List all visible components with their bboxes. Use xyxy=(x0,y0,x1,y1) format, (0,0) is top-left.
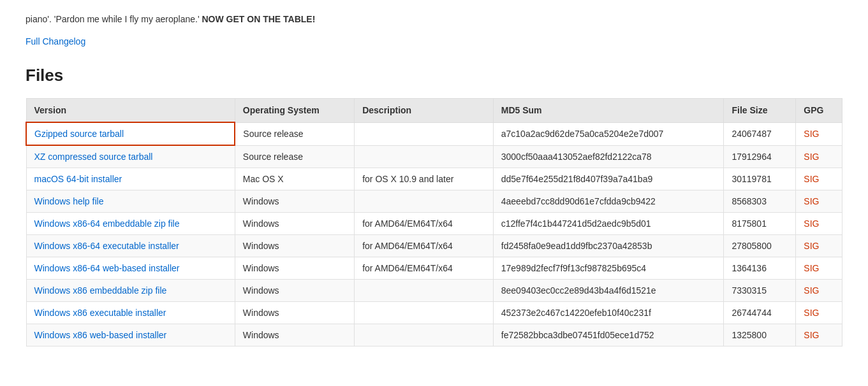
filesize-cell: 30119781 xyxy=(724,168,796,190)
version-cell: Windows x86-64 web-based installer xyxy=(26,257,235,280)
version-link[interactable]: Windows help file xyxy=(34,196,104,206)
md5-cell: 452373e2c467c14220efeb10f40c231f xyxy=(493,302,724,324)
os-cell: Windows xyxy=(235,235,354,257)
md5-cell: 17e989d2fecf7f9f13cf987825b695c4 xyxy=(493,257,724,280)
sig-link[interactable]: SIG xyxy=(804,241,819,251)
sig-link[interactable]: SIG xyxy=(804,129,819,139)
md5-cell: dd5e7f64e255d21f8d407f39a7a41ba9 xyxy=(493,168,724,190)
description-cell xyxy=(355,190,494,213)
os-cell: Windows xyxy=(235,324,354,347)
gpg-cell: SIG xyxy=(796,257,842,280)
gpg-cell: SIG xyxy=(796,122,842,145)
gpg-cell: SIG xyxy=(796,190,842,213)
version-cell: Windows x86 embeddable zip file xyxy=(26,280,235,302)
intro-before: piano'. 'Pardon me while I fly my aeropl… xyxy=(26,14,200,24)
description-cell xyxy=(355,324,494,347)
version-cell: Windows x86 web-based installer xyxy=(26,324,235,347)
sig-link[interactable]: SIG xyxy=(804,218,819,229)
os-cell: Windows xyxy=(235,257,354,280)
gpg-cell: SIG xyxy=(796,280,842,302)
os-cell: Source release xyxy=(235,145,354,168)
table-row: XZ compressed source tarballSource relea… xyxy=(26,145,842,168)
table-row: Windows help fileWindows4aeeebd7cc8dd90d… xyxy=(26,190,842,213)
description-cell: for OS X 10.9 and later xyxy=(355,168,494,190)
version-cell: XZ compressed source tarball xyxy=(26,145,235,168)
os-cell: Windows xyxy=(235,190,354,213)
version-cell: Windows x86 executable installer xyxy=(26,302,235,324)
gpg-cell: SIG xyxy=(796,168,842,190)
description-cell xyxy=(355,145,494,168)
version-link[interactable]: Windows x86-64 executable installer xyxy=(34,241,179,251)
md5-cell: fe72582bbca3dbe07451fd05ece1d752 xyxy=(493,324,724,347)
table-row: Windows x86-64 executable installerWindo… xyxy=(26,235,842,257)
version-cell: Windows help file xyxy=(26,190,235,213)
version-link[interactable]: Windows x86-64 embeddable zip file xyxy=(34,218,180,229)
description-cell xyxy=(355,302,494,324)
md5-cell: 4aeeebd7cc8dd90d61e7cfdda9cb9422 xyxy=(493,190,724,213)
gpg-cell: SIG xyxy=(796,213,842,235)
md5-cell: c12ffe7f4c1b447241d5d2aedc9b5d01 xyxy=(493,213,724,235)
os-cell: Source release xyxy=(235,122,354,145)
version-link[interactable]: Windows x86 web-based installer xyxy=(34,330,167,340)
gpg-cell: SIG xyxy=(796,235,842,257)
filesize-cell: 27805800 xyxy=(724,235,796,257)
changelog-link[interactable]: Full Changelog xyxy=(26,36,85,46)
description-cell xyxy=(355,280,494,302)
os-cell: Windows xyxy=(235,302,354,324)
col-description: Description xyxy=(355,99,494,123)
filesize-cell: 17912964 xyxy=(724,145,796,168)
table-row: Gzipped source tarballSource releasea7c1… xyxy=(26,122,842,145)
version-cell: Windows x86-64 executable installer xyxy=(26,235,235,257)
md5-cell: a7c10a2ac9d62de75a0ca5204e2e7d007 xyxy=(493,122,724,145)
sig-link[interactable]: SIG xyxy=(804,174,819,184)
intro-text: piano'. 'Pardon me while I fly my aeropl… xyxy=(26,13,842,26)
sig-link[interactable]: SIG xyxy=(804,308,819,318)
filesize-cell: 8568303 xyxy=(724,190,796,213)
sig-link[interactable]: SIG xyxy=(804,263,819,273)
version-cell: Windows x86-64 embeddable zip file xyxy=(26,213,235,235)
filesize-cell: 1364136 xyxy=(724,257,796,280)
gpg-cell: SIG xyxy=(796,302,842,324)
os-cell: Windows xyxy=(235,280,354,302)
table-row: Windows x86 embeddable zip fileWindows8e… xyxy=(26,280,842,302)
table-header-row: Version Operating System Description MD5… xyxy=(26,99,842,123)
version-cell: Gzipped source tarball xyxy=(26,122,235,145)
description-cell: for AMD64/EM64T/x64 xyxy=(355,235,494,257)
filesize-cell: 7330315 xyxy=(724,280,796,302)
gpg-cell: SIG xyxy=(796,145,842,168)
files-table: Version Operating System Description MD5… xyxy=(26,98,842,347)
intro-bold: NOW GET ON THE TABLE! xyxy=(202,14,316,24)
col-gpg: GPG xyxy=(796,99,842,123)
filesize-cell: 26744744 xyxy=(724,302,796,324)
filesize-cell: 1325800 xyxy=(724,324,796,347)
version-link[interactable]: Windows x86 embeddable zip file xyxy=(34,285,167,296)
md5-cell: 3000cf50aaa413052aef82fd2122ca78 xyxy=(493,145,724,168)
sig-link[interactable]: SIG xyxy=(804,330,819,340)
filesize-cell: 8175801 xyxy=(724,213,796,235)
description-cell: for AMD64/EM64T/x64 xyxy=(355,213,494,235)
version-link[interactable]: Gzipped source tarball xyxy=(34,129,124,139)
md5-cell: fd2458fa0e9ead1dd9fbc2370a42853b xyxy=(493,235,724,257)
table-row: macOS 64-bit installerMac OS Xfor OS X 1… xyxy=(26,168,842,190)
os-cell: Windows xyxy=(235,213,354,235)
col-md5: MD5 Sum xyxy=(493,99,724,123)
sig-link[interactable]: SIG xyxy=(804,152,819,162)
version-link[interactable]: XZ compressed source tarball xyxy=(34,152,153,162)
version-link[interactable]: Windows x86-64 web-based installer xyxy=(34,263,180,273)
col-version: Version xyxy=(26,99,235,123)
files-section-title: Files xyxy=(26,66,842,85)
table-row: Windows x86-64 web-based installerWindow… xyxy=(26,257,842,280)
description-cell: for AMD64/EM64T/x64 xyxy=(355,257,494,280)
version-cell: macOS 64-bit installer xyxy=(26,168,235,190)
gpg-cell: SIG xyxy=(796,324,842,347)
version-link[interactable]: macOS 64-bit installer xyxy=(34,174,122,184)
sig-link[interactable]: SIG xyxy=(804,196,819,206)
sig-link[interactable]: SIG xyxy=(804,285,819,296)
version-link[interactable]: Windows x86 executable installer xyxy=(34,308,166,318)
md5-cell: 8ee09403ec0cc2e89d43b4a4f6d1521e xyxy=(493,280,724,302)
table-row: Windows x86 web-based installerWindowsfe… xyxy=(26,324,842,347)
os-cell: Mac OS X xyxy=(235,168,354,190)
table-row: Windows x86 executable installerWindows4… xyxy=(26,302,842,324)
col-os: Operating System xyxy=(235,99,354,123)
table-row: Windows x86-64 embeddable zip fileWindow… xyxy=(26,213,842,235)
